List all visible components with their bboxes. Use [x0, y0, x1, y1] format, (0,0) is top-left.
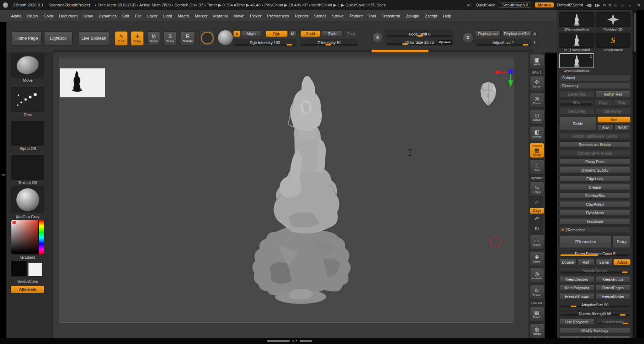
half-button[interactable]: Half: [578, 259, 595, 265]
current-material-button[interactable]: [11, 186, 44, 213]
home-page-button[interactable]: Home Page: [12, 31, 42, 45]
lsym-button[interactable]: ⇋L.Sym: [530, 182, 544, 197]
menu-brush[interactable]: Brush: [25, 12, 40, 20]
dynamesh-button[interactable]: DynaMesh: [559, 210, 630, 216]
close-icon[interactable]: ✕: [637, 2, 640, 7]
z-intensity-slider[interactable]: Z Intensity 51: [300, 39, 358, 46]
menu-dynamics[interactable]: Dynamics: [96, 12, 119, 20]
rgb-toggle[interactable]: Rgb: [266, 31, 288, 37]
freezegroups-button[interactable]: FreezeGroups: [559, 293, 595, 299]
draw-size-slider[interactable]: Draw Size 28.75 Dynamic: [386, 39, 453, 45]
color-picker[interactable]: [11, 220, 44, 254]
sculptris-pro-toggle[interactable]: S: [372, 32, 383, 43]
scale-mode-button[interactable]: S Scale: [164, 31, 176, 45]
doc-scrollbar-left[interactable]: [267, 340, 290, 342]
menu-color[interactable]: Color: [41, 12, 55, 20]
rgb-intensity-slider[interactable]: Rgb Intensity 100: [233, 39, 297, 46]
transp-button[interactable]: ◍Transp: [530, 323, 544, 338]
current-texture-button[interactable]: [11, 155, 44, 180]
rotate-mode-button[interactable]: R Rotate: [181, 31, 195, 45]
adjust-last-slider[interactable]: AdjustLast 1: [475, 39, 531, 46]
geometry-palette-header[interactable]: Geometry: [559, 82, 630, 89]
sym-curve-button[interactable]: ↶: [534, 215, 539, 223]
draw-mode-button[interactable]: ✛ Draw: [131, 31, 144, 45]
tessimate-button[interactable]: Tessimate: [559, 218, 630, 224]
gxyz-button[interactable]: Gxyz: [530, 208, 544, 214]
menu-help[interactable]: Help: [441, 12, 454, 20]
modify-topology-button[interactable]: Modify Topology: [559, 327, 630, 333]
retry-button[interactable]: Retry: [613, 235, 630, 248]
keepgroups-button[interactable]: KeepGroups: [596, 276, 631, 282]
floor-button[interactable]: ⊥Floor: [530, 160, 544, 174]
brush-preview-sphere[interactable]: [218, 30, 233, 45]
rotate-3d-button[interactable]: ↻Rotate: [530, 285, 544, 300]
switch-color-label[interactable]: SwitchColor: [6, 279, 49, 284]
menu-marker[interactable]: Marker: [192, 12, 210, 20]
menu-light[interactable]: Light: [161, 12, 175, 20]
collapse-window-icon[interactable]: ⌄: [628, 2, 632, 7]
secondary-color-swatch[interactable]: [28, 262, 42, 276]
sculpt-model[interactable]: [235, 68, 363, 306]
reconstruct-subdiv-button[interactable]: Reconstruct Subdiv: [559, 141, 630, 147]
section-zremesher[interactable]: ZRemesher: [559, 227, 630, 233]
adapt-button[interactable]: Adapt: [613, 259, 630, 265]
lightbox-button[interactable]: LightBox: [44, 31, 73, 45]
clipped-button-a[interactable]: A: [533, 32, 536, 36]
same-button[interactable]: Same: [596, 259, 613, 265]
dynamic-draw-size-tag[interactable]: Dynamic: [438, 40, 452, 44]
scrollbar-thumb[interactable]: [634, 13, 636, 52]
radial-curve-button[interactable]: ↻: [534, 225, 539, 233]
menu-macro[interactable]: Macro: [175, 12, 192, 20]
menu-zscript[interactable]: Zscript: [422, 12, 440, 20]
menu-movie[interactable]: Movie: [231, 12, 247, 20]
edgeloop-button[interactable]: EdgeLoop: [559, 176, 630, 182]
zoom-button[interactable]: ◎Zoom: [530, 93, 544, 108]
left-tray-divider-icon[interactable]: ≪: [1, 173, 5, 177]
saturation-square[interactable]: [11, 220, 38, 254]
scroll-down-icon[interactable]: ▾: [296, 339, 297, 342]
tool-thumb-zremeshedmod[interactable]: 2ZRemeshedMod: [559, 53, 594, 73]
menus-toggle[interactable]: Menus: [535, 2, 553, 7]
frame-button[interactable]: ▭Frame: [530, 235, 544, 249]
suv-toggle[interactable]: Suv: [597, 124, 613, 130]
reuv-button[interactable]: ReUV: [614, 124, 630, 130]
menu-alpha[interactable]: Alpha: [9, 12, 24, 20]
menu-picker[interactable]: Picker: [248, 12, 264, 20]
keeppolypaint-button[interactable]: KeepPolypaint: [559, 285, 595, 291]
orientation-gizmo[interactable]: [493, 68, 515, 88]
smt-toggle[interactable]: Smt: [597, 117, 630, 123]
menu-layer[interactable]: Layer: [145, 12, 160, 20]
menu-zplugin[interactable]: Zplugin: [403, 12, 422, 20]
adaptivesize-50-slider[interactable]: AdaptiveSize 50: [559, 302, 630, 308]
default-zscript-button[interactable]: DefaultZScript: [557, 3, 583, 7]
menu-edit[interactable]: Edit: [120, 12, 132, 20]
use-polypaint-button[interactable]: Use Polypaint: [559, 319, 595, 325]
hue-bar[interactable]: [39, 220, 44, 254]
tool-preview-thumbnail[interactable]: [60, 68, 105, 97]
claypolish-button[interactable]: ClayPolish: [559, 201, 630, 207]
tool-panel-scrollbar[interactable]: [633, 10, 637, 344]
dynamic-subdiv-button[interactable]: Dynamic Subdiv: [559, 167, 630, 173]
aa-doc-icon[interactable]: ⊟: [621, 3, 623, 7]
move-mode-button[interactable]: M Move: [147, 31, 160, 45]
zoom3d-button[interactable]: ◎Zoom3D: [530, 268, 544, 283]
move-3d-button[interactable]: ✚Move: [530, 251, 544, 266]
zscript-rewind-icon[interactable]: ◂▮▮: [586, 3, 591, 7]
m-toggle[interactable]: M: [289, 31, 296, 37]
target-polygons-count-5-slider[interactable]: Target Polygons Count 5: [559, 251, 630, 257]
menu-tool[interactable]: Tool: [366, 12, 378, 20]
local-button[interactable]: ⌂: [535, 198, 539, 206]
stroke-preview-button[interactable]: [199, 30, 215, 46]
menu-stencil[interactable]: Stencil: [312, 12, 329, 20]
zadd-toggle[interactable]: Zadd: [300, 31, 320, 37]
store-doc-icon[interactable]: ⧉: [609, 3, 611, 7]
menu-texture[interactable]: Texture: [347, 12, 366, 20]
dynamic-mode-dial[interactable]: D: [462, 32, 474, 43]
alternate-button[interactable]: Alternate: [11, 286, 44, 293]
freezeborder-button[interactable]: FreezeBorder: [596, 293, 631, 299]
menu-file[interactable]: File: [133, 12, 144, 20]
menu-material[interactable]: Material: [211, 12, 230, 20]
curves-strength-50-slider[interactable]: Curves Strength 50: [559, 310, 630, 316]
shelf-scrollbar-track[interactable]: [53, 50, 533, 52]
menu-render[interactable]: Render: [292, 12, 311, 20]
